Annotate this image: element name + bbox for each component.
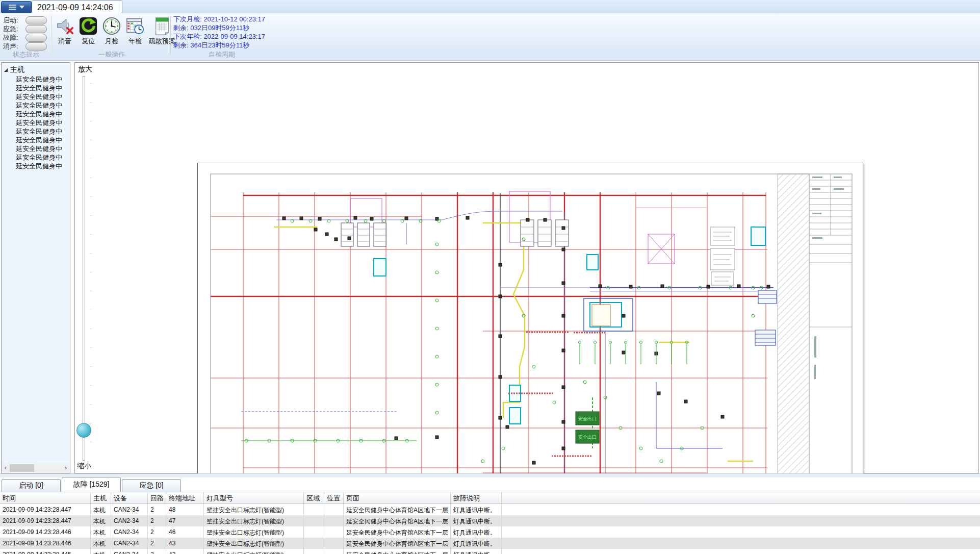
toolbar: 启动: 应急: 故障: 消声: 状态提示 消音 xyxy=(0,13,980,61)
column-header-9[interactable]: 页面 xyxy=(344,492,451,503)
table-cell: 2 xyxy=(148,538,166,549)
table-cell: 本机 xyxy=(91,515,111,526)
table-cell: 灯具通讯中断。 xyxy=(451,515,502,526)
main-menu-button[interactable] xyxy=(1,1,32,13)
tree-root-host[interactable]: 主机 xyxy=(4,65,24,74)
table-cell xyxy=(502,515,980,526)
table-cell xyxy=(304,538,324,549)
table-cell xyxy=(502,504,980,515)
monthly-check-button[interactable]: 月检 xyxy=(101,16,122,46)
mute-button[interactable]: 消音 xyxy=(54,16,75,46)
slider-tick xyxy=(89,140,92,140)
slider-tick xyxy=(89,272,92,272)
table-cell: 2021-09-09 14:23:28.446 xyxy=(0,526,91,538)
tree-item-building[interactable]: 延安全民健身中 xyxy=(2,75,62,84)
scroll-left-icon[interactable]: ‹ xyxy=(2,464,9,472)
table-cell: 本机 xyxy=(91,504,111,515)
emergency-status-label: 应急: xyxy=(3,25,18,33)
table-cell xyxy=(304,526,324,538)
slider-tick xyxy=(89,291,92,291)
column-header-5[interactable]: 终端地址 xyxy=(166,492,204,503)
event-table-header: 时间主机设备回路终端地址灯具型号区域位置页面故障说明 xyxy=(0,492,980,504)
column-header-filler xyxy=(502,492,980,503)
table-cell: 壁挂安全出口标志灯(智能型) xyxy=(204,549,304,554)
actions-group-label: 一般操作 xyxy=(54,50,169,59)
table-cell: 2021-09-09 14:23:28.447 xyxy=(0,515,91,526)
annual-check-button-label: 年检 xyxy=(128,37,142,46)
column-header-3[interactable]: 设备 xyxy=(111,492,148,503)
tab-start[interactable]: 启动 [0] xyxy=(2,479,61,492)
evacuation-plan-button-label: 疏散预案 xyxy=(149,37,175,46)
tree-root-label: 主机 xyxy=(10,65,24,74)
mute-button-label: 消音 xyxy=(58,37,71,46)
table-cell: 47 xyxy=(166,515,204,526)
column-header-6[interactable]: 灯具型号 xyxy=(204,492,304,503)
tree-item-building[interactable]: 延安全民健身中 xyxy=(2,127,62,136)
table-cell: 延安全民健身中心体育馆A区地下一层 xyxy=(344,515,451,526)
annual-check-button[interactable]: 年检 xyxy=(124,16,146,46)
tab-emergency[interactable]: 应急 [0] xyxy=(122,479,181,492)
table-row[interactable]: 2021-09-09 14:23:28.446本机CAN2-34243壁挂安全出… xyxy=(0,538,980,549)
status-group-label: 状态提示 xyxy=(2,50,50,59)
table-row[interactable]: 2021-09-09 14:23:28.446本机CAN2-34246壁挂安全出… xyxy=(0,526,980,538)
table-cell: CAN2-34 xyxy=(111,504,148,515)
table-cell: 本机 xyxy=(91,538,111,549)
tab-fault[interactable]: 故障 [1529] xyxy=(62,477,121,492)
table-cell: 壁挂安全出口标志灯(智能型) xyxy=(204,526,304,538)
table-cell: 延安全民健身中心体育馆A区地下一层 xyxy=(344,526,451,538)
table-cell xyxy=(324,538,344,549)
current-time-tab[interactable]: 2021-09-09 14:24:06 xyxy=(32,1,122,14)
monthly-remaining: 剩余: 032日09时59分11秒 xyxy=(173,23,270,32)
tree-item-building[interactable]: 延安全民健身中 xyxy=(2,136,62,144)
annual-check-icon xyxy=(125,16,145,36)
reset-button[interactable]: 复位 xyxy=(78,16,99,46)
zoom-in-button[interactable]: 放大 xyxy=(78,65,92,74)
slider-tick xyxy=(89,102,92,103)
floor-plan-panel: 放大 缩小 xyxy=(74,62,979,473)
table-cell xyxy=(502,526,980,538)
tree-expander-icon[interactable] xyxy=(4,68,8,72)
actions-group: 消音 复位 xyxy=(54,15,169,60)
evacuation-plan-button[interactable]: 疏散预案 xyxy=(148,16,176,46)
table-row[interactable]: 2021-09-09 14:23:28.447本机CAN2-34247壁挂安全出… xyxy=(0,515,980,526)
slider-tick xyxy=(89,347,92,348)
table-cell: 壁挂安全出口标志灯(智能型) xyxy=(204,504,304,515)
table-cell: 灯具通讯中断。 xyxy=(451,538,502,549)
tree-item-building[interactable]: 延安全民健身中 xyxy=(2,84,62,92)
table-cell: 灯具通讯中断。 xyxy=(451,504,502,515)
tree-item-building[interactable]: 延安全民健身中 xyxy=(2,153,62,162)
menu-list-icon xyxy=(9,5,16,10)
tree-item-building[interactable]: 延安全民健身中 xyxy=(2,162,62,170)
table-cell: 2 xyxy=(148,515,166,526)
column-header-10[interactable]: 故障说明 xyxy=(451,492,502,503)
zoom-out-button[interactable]: 缩小 xyxy=(77,462,91,471)
scrollbar-thumb[interactable] xyxy=(10,464,34,472)
table-cell: 灯具通讯中断。 xyxy=(451,549,502,554)
sidebar-horizontal-scrollbar[interactable]: ‹ › xyxy=(2,464,69,472)
tree-item-building[interactable]: 延安全民健身中 xyxy=(2,110,62,118)
zoom-slider-thumb[interactable] xyxy=(76,423,91,438)
table-cell xyxy=(324,515,344,526)
table-cell: 壁挂安全出口标志灯(智能型) xyxy=(204,538,304,549)
table-cell: 本机 xyxy=(91,549,111,554)
column-header-4[interactable]: 回路 xyxy=(148,492,166,503)
tree-item-building[interactable]: 延安全民健身中 xyxy=(2,92,62,101)
table-cell: CAN2-34 xyxy=(111,549,148,554)
scroll-right-icon[interactable]: › xyxy=(62,464,69,472)
table-cell xyxy=(304,504,324,515)
column-header-7[interactable]: 区域 xyxy=(304,492,324,503)
tree-item-building[interactable]: 延安全民健身中 xyxy=(2,101,62,110)
column-header-1[interactable]: 时间 xyxy=(0,492,91,503)
column-header-2[interactable]: 主机 xyxy=(91,492,111,503)
zoom-slider-track[interactable] xyxy=(83,76,85,461)
table-cell: 2021-09-09 14:23:28.446 xyxy=(0,538,91,549)
tree-item-building[interactable]: 延安全民健身中 xyxy=(2,144,62,153)
slider-tick xyxy=(89,215,92,216)
table-row[interactable]: 2021-09-09 14:23:28.447本机CAN2-34248壁挂安全出… xyxy=(0,504,980,515)
tree-item-building[interactable]: 延安全民健身中 xyxy=(2,118,62,127)
tree-item-list: 延安全民健身中延安全民健身中延安全民健身中延安全民健身中延安全民健身中延安全民健… xyxy=(2,75,70,170)
column-header-8[interactable]: 位置 xyxy=(324,492,344,503)
slider-tick xyxy=(89,234,92,235)
table-row[interactable]: 2021-09-09 14:23:28.445本机CAN2-34242壁挂安全出… xyxy=(0,549,980,554)
chevron-down-icon xyxy=(19,6,24,9)
